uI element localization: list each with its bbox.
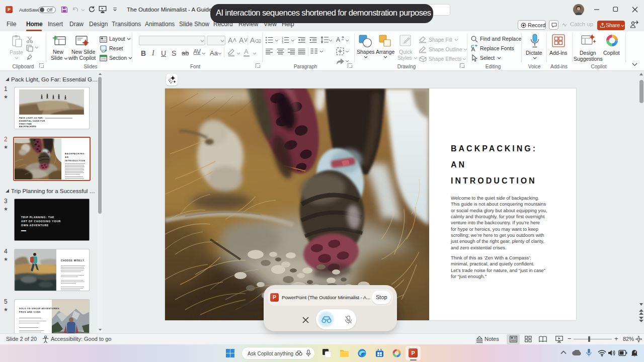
svg-text:A: A [336, 36, 340, 43]
svg-text:P: P [8, 7, 11, 12]
svg-text:3: 3 [282, 41, 283, 43]
svg-text:P: P [273, 295, 276, 300]
svg-text:P: P [411, 350, 415, 356]
